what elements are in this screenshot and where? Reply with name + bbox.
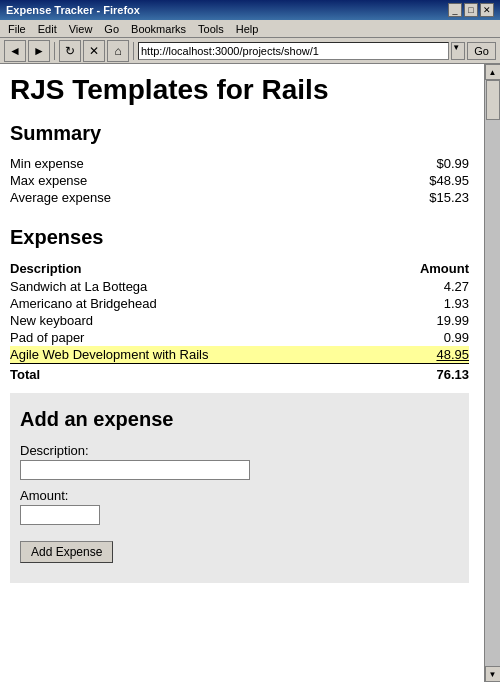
menu-help[interactable]: Help xyxy=(230,22,265,36)
scroll-thumb[interactable] xyxy=(486,80,500,120)
summary-value: $15.23 xyxy=(339,189,469,206)
browser-area: RJS Templates for Rails Summary Min expe… xyxy=(0,64,500,682)
reload-button[interactable]: ↻ xyxy=(59,40,81,62)
add-expense-section: Add an expense Description: Amount: Add … xyxy=(10,393,469,583)
expense-amount: 4.27 xyxy=(378,278,469,295)
minimize-button[interactable]: _ xyxy=(448,3,462,17)
content-scroll[interactable]: RJS Templates for Rails Summary Min expe… xyxy=(0,64,484,682)
expense-description: Agile Web Development with Rails xyxy=(10,346,378,364)
menu-bookmarks[interactable]: Bookmarks xyxy=(125,22,192,36)
address-input[interactable] xyxy=(138,42,449,60)
add-expense-heading: Add an expense xyxy=(20,408,459,431)
expense-description: Pad of paper xyxy=(10,329,378,346)
home-button[interactable]: ⌂ xyxy=(107,40,129,62)
summary-row: Average expense $15.23 xyxy=(10,189,469,206)
description-input[interactable] xyxy=(20,460,250,480)
address-bar: ▼ Go xyxy=(138,42,496,60)
expense-amount: 1.93 xyxy=(378,295,469,312)
expenses-heading: Expenses xyxy=(10,226,469,249)
back-button[interactable]: ◄ xyxy=(4,40,26,62)
summary-label: Min expense xyxy=(10,155,339,172)
menu-file[interactable]: File xyxy=(2,22,32,36)
description-label: Description: xyxy=(20,443,459,458)
expense-row: Pad of paper 0.99 xyxy=(10,329,469,346)
address-dropdown[interactable]: ▼ xyxy=(451,42,465,60)
summary-row: Max expense $48.95 xyxy=(10,172,469,189)
amount-input[interactable] xyxy=(20,505,100,525)
scroll-up-arrow[interactable]: ▲ xyxy=(485,64,501,80)
scroll-down-arrow[interactable]: ▼ xyxy=(485,666,501,682)
menu-edit[interactable]: Edit xyxy=(32,22,63,36)
expense-row: Sandwich at La Bottega 4.27 xyxy=(10,278,469,295)
total-label: Total xyxy=(10,364,378,384)
expense-amount: 19.99 xyxy=(378,312,469,329)
menu-bar: File Edit View Go Bookmarks Tools Help xyxy=(0,20,500,38)
page-title: RJS Templates for Rails xyxy=(10,74,469,106)
col-amount: Amount xyxy=(378,259,469,278)
window-controls[interactable]: _ □ ✕ xyxy=(448,3,494,17)
window-title-bar: Expense Tracker - Firefox _ □ ✕ xyxy=(0,0,500,20)
expense-description: New keyboard xyxy=(10,312,378,329)
summary-table: Min expense $0.99 Max expense $48.95 Ave… xyxy=(10,155,469,206)
window-title: Expense Tracker - Firefox xyxy=(6,4,140,16)
toolbar-separator-2 xyxy=(133,42,134,60)
stop-button[interactable]: ✕ xyxy=(83,40,105,62)
total-row: Total 76.13 xyxy=(10,364,469,384)
summary-value: $0.99 xyxy=(339,155,469,172)
expense-row: New keyboard 19.99 xyxy=(10,312,469,329)
scrollbar[interactable]: ▲ ▼ xyxy=(484,64,500,682)
toolbar: ◄ ► ↻ ✕ ⌂ ▼ Go xyxy=(0,38,500,64)
expense-amount: 0.99 xyxy=(378,329,469,346)
expense-amount: 48.95 xyxy=(378,346,469,364)
description-group: Description: xyxy=(20,443,459,480)
menu-go[interactable]: Go xyxy=(98,22,125,36)
summary-label: Average expense xyxy=(10,189,339,206)
total-value: 76.13 xyxy=(378,364,469,384)
amount-group: Amount: xyxy=(20,488,459,525)
summary-row: Min expense $0.99 xyxy=(10,155,469,172)
maximize-button[interactable]: □ xyxy=(464,3,478,17)
expense-row: Americano at Bridgehead 1.93 xyxy=(10,295,469,312)
expense-description: Sandwich at La Bottega xyxy=(10,278,378,295)
forward-button[interactable]: ► xyxy=(28,40,50,62)
summary-value: $48.95 xyxy=(339,172,469,189)
close-button[interactable]: ✕ xyxy=(480,3,494,17)
amount-label: Amount: xyxy=(20,488,459,503)
col-description: Description xyxy=(10,259,378,278)
expense-row: Agile Web Development with Rails 48.95 xyxy=(10,346,469,364)
expenses-table: Description Amount Sandwich at La Botteg… xyxy=(10,259,469,383)
add-expense-button[interactable]: Add Expense xyxy=(20,541,113,563)
menu-view[interactable]: View xyxy=(63,22,99,36)
scroll-track[interactable] xyxy=(485,80,500,666)
expense-description: Americano at Bridgehead xyxy=(10,295,378,312)
go-button[interactable]: Go xyxy=(467,42,496,60)
menu-tools[interactable]: Tools xyxy=(192,22,230,36)
page-content: RJS Templates for Rails Summary Min expe… xyxy=(0,64,484,603)
toolbar-separator xyxy=(54,42,55,60)
summary-heading: Summary xyxy=(10,122,469,145)
summary-label: Max expense xyxy=(10,172,339,189)
